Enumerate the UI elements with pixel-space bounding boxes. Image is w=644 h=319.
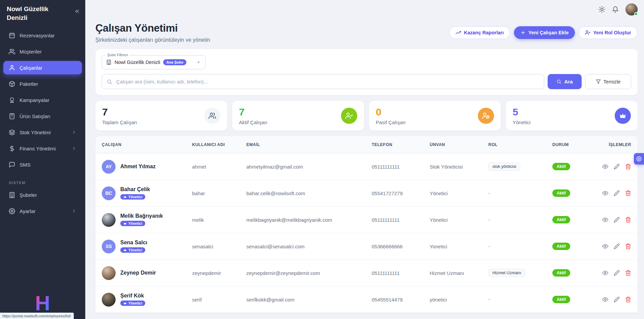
sidebar-item-finans-yonetimi[interactable]: Finans Yönetimi [3, 142, 82, 155]
earnings-chart-icon [456, 30, 461, 35]
title-cell: Stok Yöneticisi [430, 164, 488, 170]
crown-icon [123, 195, 127, 199]
avatar-photo [102, 213, 116, 227]
status-badge: Aktif [552, 269, 570, 277]
col-header-telefon: TELEFON [372, 142, 430, 147]
sidebar-item-paketler[interactable]: Paketler [3, 77, 82, 91]
avatar: SS [102, 240, 116, 253]
funnel-icon [596, 79, 601, 84]
view-button[interactable] [602, 217, 608, 223]
status-badge: Aktif [552, 216, 570, 223]
search-button[interactable]: Ara [548, 74, 582, 89]
employees-table: ÇALIŞAN KULLANICI ADI EMAİL TELEFON ÜNVA… [95, 136, 638, 313]
notifications-icon[interactable] [612, 6, 619, 13]
sidebar-collapse-button[interactable]: « [75, 7, 79, 15]
employee-name: Melik Bağrıyanık [120, 213, 163, 219]
sidebar: Nowl Güzellik Denizli « Rezervasyonlar M… [0, 0, 85, 319]
pencil-icon [614, 164, 620, 170]
title-cell: yönetici [430, 297, 488, 303]
table-settings-button[interactable] [634, 153, 644, 165]
employee-name: Ahmet Yılmaz [120, 164, 156, 170]
sidebar-item-subeler[interactable]: Şubeler [3, 188, 82, 202]
table-row: BC Bahar Çelik Yönetici bahar bahar.celi… [95, 180, 638, 207]
view-button[interactable] [602, 164, 608, 170]
edit-button[interactable] [614, 164, 620, 170]
earnings-reports-button[interactable]: Kazanç Raporları [449, 26, 510, 39]
add-employee-button[interactable]: Yeni Çalışan Ekle [514, 26, 575, 39]
email-cell: senasalci@senasalci.com [246, 244, 372, 249]
edit-button[interactable] [614, 190, 620, 196]
view-button[interactable] [602, 243, 608, 249]
stat-label: Pasif Çalışan [376, 119, 405, 125]
sidebar-item-label: Şubeler [20, 192, 37, 198]
table-header-row: ÇALIŞAN KULLANICI ADI EMAİL TELEFON ÜNVA… [95, 136, 638, 153]
sidebar-item-rezervasyonlar[interactable]: Rezervasyonlar [3, 29, 82, 42]
title-cell: Yönetici [430, 217, 488, 223]
view-button[interactable] [602, 270, 608, 276]
customers-icon [9, 48, 15, 55]
page-header: Çalışan Yönetimi Şirketinizdeki çalışanl… [95, 22, 638, 43]
role-badge: Hizmet Uzmanı [488, 269, 525, 277]
role-cell: - [488, 244, 490, 249]
delete-button[interactable] [625, 190, 631, 196]
clear-filters-button[interactable]: Temizle [585, 74, 631, 89]
sidebar-item-label: Çalışanlar [20, 65, 42, 71]
username-cell: ahmet [192, 164, 246, 170]
sidebar-item-musteriler[interactable]: Müşteriler [3, 45, 82, 58]
employee-name: Bahar Çelik [120, 186, 150, 192]
edit-button[interactable] [614, 296, 620, 303]
email-cell: melikbagriyanik@melikbagriyanik.com [246, 217, 372, 223]
delete-button[interactable] [625, 217, 631, 223]
stat-label: Yönetici [513, 119, 530, 125]
status-badge: Aktif [552, 189, 570, 197]
theme-icon[interactable] [599, 6, 605, 13]
sidebar-item-label: Müşteriler [20, 49, 42, 55]
eye-icon [602, 243, 608, 249]
email-cell: zeynepdemir@zeynepdemir.com [246, 270, 372, 276]
packages-icon [9, 81, 15, 87]
sidebar-item-urun-satislari[interactable]: Ürün Satışları [3, 109, 82, 123]
stock-icon [9, 129, 15, 136]
manager-badge: Yönetici [120, 247, 145, 253]
sidebar-item-stok-yonetimi[interactable]: Stok Yönetimi [3, 126, 82, 139]
stat-value: 5 [513, 106, 530, 118]
plus-icon [520, 30, 526, 35]
view-button[interactable] [602, 296, 608, 303]
phone-cell: 05111111111 [372, 217, 430, 223]
status-badge: Aktif [552, 296, 570, 303]
sidebar-item-sms[interactable]: SMS [3, 158, 82, 171]
sidebar-item-kampanyalar[interactable]: Kampanyalar [3, 93, 82, 107]
col-header-islemler: İŞLEMLER [600, 142, 631, 147]
new-role-button[interactable]: Yeni Rol Oluştur [579, 26, 638, 39]
online-status-dot [634, 12, 638, 16]
search-input[interactable] [102, 74, 544, 89]
edit-button[interactable] [614, 217, 620, 223]
sidebar-item-calisanlar[interactable]: Çalışanlar [3, 61, 82, 74]
delete-button[interactable] [625, 243, 631, 249]
view-button[interactable] [602, 190, 608, 196]
branch-name: Nowl Güzellik Denizli [115, 60, 160, 65]
col-header-email: EMAİL [246, 142, 372, 147]
sidebar-nav: Rezervasyonlar Müşteriler Çalışanlar Pak… [0, 25, 85, 171]
delete-button[interactable] [625, 270, 631, 276]
delete-button[interactable] [625, 164, 631, 170]
topbar [95, 0, 638, 17]
edit-button[interactable] [614, 270, 620, 276]
stat-value: 7 [239, 106, 267, 118]
user-avatar[interactable] [625, 3, 638, 15]
title-cell: Yönetici [430, 190, 488, 196]
sidebar-item-ayarlar[interactable]: Ayarlar [3, 204, 82, 218]
active-employee-icon [341, 108, 357, 124]
employee-name: Sena Salcı [120, 240, 147, 246]
table-row: SS Sena Salcı Yönetici senasalci senasal… [95, 233, 638, 260]
edit-button[interactable] [614, 243, 620, 249]
passive-employee-icon [478, 108, 494, 124]
branch-filter-select[interactable]: Şube Filtresi Nowl Güzellik Denizli Ana … [102, 55, 206, 69]
finance-icon [9, 145, 15, 152]
crown-icon [123, 222, 127, 225]
table-row: AY Ahmet Yılmaz ahmet ahmetyilmaz@gmail.… [95, 153, 638, 180]
delete-button[interactable] [625, 296, 631, 303]
crown-icon [123, 248, 127, 252]
sidebar-item-label: Kampanyalar [20, 97, 49, 103]
stat-managers: 5 Yönetici [506, 101, 638, 131]
